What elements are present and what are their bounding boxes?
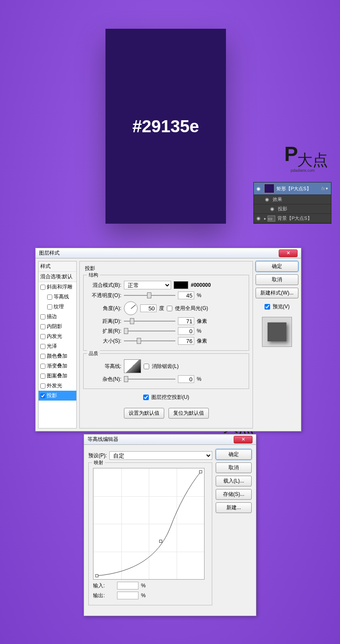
new-style-button[interactable]: 新建样式(W)...: [256, 288, 298, 298]
checkbox[interactable]: [40, 285, 45, 290]
layer-effects-row[interactable]: ◉ 效果: [254, 195, 331, 204]
distance-slider[interactable]: [124, 318, 175, 325]
angle-label: 角度(A):: [88, 305, 121, 312]
style-inner-shadow[interactable]: 内阴影: [39, 322, 76, 331]
checkbox[interactable]: [40, 334, 45, 339]
mapping-fieldset: 映射 输入:: [88, 462, 212, 605]
style-contour[interactable]: 等高线: [39, 292, 76, 302]
checkbox[interactable]: [40, 364, 45, 369]
knockout-checkbox[interactable]: [143, 395, 149, 400]
shadow-settings-panel: 投影 结构 混合模式(B): 正常 #000000 不透明度(O): % 角度(…: [79, 261, 253, 428]
fx-badge[interactable]: fx: [321, 186, 325, 191]
section-title: 投影: [85, 265, 249, 272]
svg-text:大点S: 大点S: [297, 151, 327, 169]
dialog-titlebar[interactable]: 等高线编辑器 ✕: [84, 434, 256, 445]
noise-slider[interactable]: [124, 376, 175, 383]
cancel-button[interactable]: 取消: [256, 274, 298, 285]
blend-mode-label: 混合模式(B):: [88, 282, 121, 289]
style-bevel[interactable]: 斜面和浮雕: [39, 282, 76, 292]
ok-button[interactable]: 确定: [216, 449, 252, 460]
layer-bg-group[interactable]: ◉ ▸ ▭ 背景【P大点S】: [254, 214, 331, 223]
layers-panel: ◉ 矩形【P大点S】 fx ▾ ◉ 效果 ◉ 投影 ◉ ▸ ▭ 背景【P大点S】: [253, 182, 331, 224]
style-color-overlay[interactable]: 颜色叠加: [39, 351, 76, 361]
shadow-label: 投影: [278, 206, 287, 212]
close-icon[interactable]: ✕: [234, 436, 253, 444]
style-pattern-overlay[interactable]: 图案叠加: [39, 371, 76, 381]
dialog-right-column: 确定 取消 新建样式(W)... 预览(V): [256, 261, 298, 428]
style-inner-glow[interactable]: 内发光: [39, 331, 76, 341]
checkbox[interactable]: [47, 304, 52, 310]
quality-fieldset: 品质 等高线: 消除锯齿(L) 杂色(N): %: [83, 353, 249, 389]
knockout-label: 图层挖空投影(U): [151, 394, 190, 401]
preview-label: 预览(V): [273, 303, 290, 310]
contour-editor-dialog: 等高线编辑器 ✕ 预设(P): 自定 映射: [84, 434, 256, 616]
chevron-right-icon[interactable]: ▸: [264, 216, 266, 221]
output-field[interactable]: [117, 592, 138, 599]
antialias-label: 消除锯齿(L): [152, 363, 179, 370]
load-button[interactable]: 载入(L)...: [216, 476, 252, 486]
eye-icon[interactable]: ◉: [269, 206, 275, 212]
contour-thumb[interactable]: [124, 359, 141, 373]
preview-checkbox[interactable]: [265, 304, 270, 310]
size-input[interactable]: [178, 337, 194, 345]
svg-rect-9: [96, 574, 98, 577]
reset-default-button[interactable]: 复位为默认值: [168, 408, 209, 419]
style-texture[interactable]: 纹理: [39, 302, 76, 312]
checkbox[interactable]: [47, 295, 52, 300]
size-slider[interactable]: [124, 337, 175, 344]
group-label: 背景【P大点S】: [277, 215, 312, 222]
save-button[interactable]: 存储(S)...: [216, 489, 252, 500]
checkbox[interactable]: [40, 383, 45, 389]
chevron-down-icon[interactable]: ▾: [326, 186, 328, 191]
opacity-slider[interactable]: [124, 292, 175, 299]
checkbox[interactable]: [40, 324, 45, 329]
structure-fieldset: 结构 混合模式(B): 正常 #000000 不透明度(O): % 角度(A):: [83, 275, 249, 351]
input-label: 输入:: [93, 582, 114, 589]
eye-icon[interactable]: ◉: [256, 216, 262, 222]
svg-rect-11: [199, 471, 202, 473]
blend-mode-select[interactable]: 正常: [124, 281, 171, 289]
spread-slider[interactable]: [124, 328, 175, 334]
new-button[interactable]: 新建...: [216, 502, 252, 513]
style-stroke[interactable]: 描边: [39, 312, 76, 322]
style-outer-glow[interactable]: 外发光: [39, 381, 76, 391]
checkbox[interactable]: [40, 393, 45, 398]
noise-input[interactable]: [178, 375, 194, 383]
contour-label: 等高线:: [88, 363, 121, 370]
layer-style-dialog: 图层样式 ✕ 样式 混合选项:默认 斜面和浮雕 等高线 纹理 描边 内阴影 内发…: [35, 248, 301, 431]
eye-icon[interactable]: ◉: [264, 197, 270, 203]
spread-label: 扩展(R):: [88, 328, 121, 335]
ok-button[interactable]: 确定: [256, 261, 298, 272]
styles-header[interactable]: 样式: [39, 261, 76, 272]
blend-options-item[interactable]: 混合选项:默认: [39, 272, 76, 282]
effects-label: 效果: [273, 196, 282, 203]
spread-input[interactable]: [178, 327, 194, 335]
style-drop-shadow[interactable]: 投影: [39, 391, 76, 401]
input-field[interactable]: [117, 582, 138, 589]
layer-shadow-row[interactable]: ◉ 投影: [254, 204, 331, 214]
curve-canvas[interactable]: [93, 468, 205, 580]
close-icon[interactable]: ✕: [279, 249, 298, 257]
angle-dial[interactable]: [124, 301, 138, 315]
distance-label: 距离(D):: [88, 318, 121, 325]
checkbox[interactable]: [40, 354, 45, 359]
checkbox[interactable]: [40, 344, 45, 349]
style-satin[interactable]: 光泽: [39, 341, 76, 351]
preset-select[interactable]: 自定: [109, 451, 212, 460]
checkbox[interactable]: [40, 374, 45, 379]
svg-text:P: P: [284, 143, 298, 165]
layer-rect[interactable]: ◉ 矩形【P大点S】 fx ▾: [254, 182, 331, 195]
global-light-checkbox[interactable]: [167, 306, 172, 311]
angle-input[interactable]: [140, 304, 156, 312]
legend: 映射: [92, 459, 105, 466]
set-default-button[interactable]: 设置为默认值: [124, 408, 164, 419]
antialias-checkbox[interactable]: [144, 364, 149, 369]
opacity-input[interactable]: [178, 292, 194, 299]
color-swatch[interactable]: [174, 281, 188, 289]
style-gradient-overlay[interactable]: 渐变叠加: [39, 361, 76, 371]
checkbox[interactable]: [40, 314, 45, 319]
eye-icon[interactable]: ◉: [256, 185, 262, 191]
cancel-button[interactable]: 取消: [216, 462, 252, 473]
dialog-titlebar[interactable]: 图层样式 ✕: [36, 248, 301, 258]
distance-input[interactable]: [178, 317, 194, 325]
